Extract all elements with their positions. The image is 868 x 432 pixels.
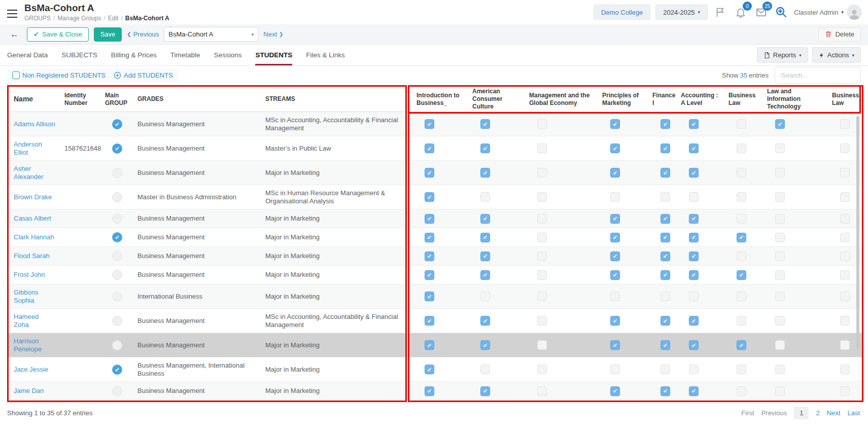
subject-checkbox[interactable]	[775, 340, 785, 350]
column-header-name[interactable]: Name	[9, 95, 59, 104]
save-button[interactable]: Save	[94, 27, 122, 42]
subject-checkbox[interactable]	[775, 233, 785, 242]
table-row[interactable]: Asher AlexanderBusiness ManagementMajor …	[9, 161, 405, 185]
main-group-toggle[interactable]: ✔	[112, 365, 122, 375]
student-name-link[interactable]: Brown Drake	[14, 193, 52, 201]
subject-checkbox[interactable]: ✔	[425, 292, 434, 301]
subject-checkbox[interactable]	[737, 251, 746, 261]
main-group-toggle[interactable]	[112, 168, 122, 178]
pagination-last[interactable]: Last	[847, 409, 860, 417]
table-scrollbar[interactable]	[856, 116, 859, 350]
subject-checkbox[interactable]	[840, 119, 850, 129]
table-row[interactable]: Hameed ZohaBusiness ManagementMSc in Acc…	[9, 309, 405, 333]
subject-checkbox[interactable]: ✔	[425, 192, 434, 202]
subject-checkbox[interactable]: ✔	[425, 233, 434, 242]
subject-checkbox[interactable]: ✔	[737, 233, 746, 242]
main-group-toggle[interactable]	[112, 270, 122, 280]
subject-checkbox[interactable]	[537, 270, 547, 280]
subject-checkbox[interactable]	[840, 365, 850, 374]
subject-checkbox[interactable]: ✔	[425, 316, 434, 326]
main-group-toggle[interactable]	[112, 386, 122, 396]
tab-students[interactable]: STUDENTS	[255, 45, 292, 65]
tab-files-links[interactable]: Files & Links	[306, 45, 345, 65]
subject-checkbox[interactable]: ✔	[737, 270, 746, 280]
subject-checkbox[interactable]	[737, 168, 746, 177]
subject-checkbox[interactable]: ✔	[610, 270, 620, 280]
subject-checkbox[interactable]: ✔	[689, 233, 699, 242]
breadcrumb-item[interactable]: Edit	[108, 15, 119, 22]
subject-checkbox[interactable]: ✔	[661, 316, 670, 326]
subject-checkbox[interactable]: ✔	[425, 119, 434, 129]
subject-column-header-8[interactable]: Law and Information Technology	[760, 88, 825, 111]
subject-checkbox[interactable]	[840, 192, 850, 202]
tab-timetable[interactable]: Timetable	[170, 45, 200, 65]
subject-checkbox[interactable]: ✔	[661, 386, 670, 396]
subject-checkbox[interactable]	[840, 251, 850, 261]
table-row[interactable]: Jame DanBusiness ManagementMajor in Mark…	[9, 382, 405, 401]
subject-checkbox[interactable]	[661, 365, 670, 374]
subject-checkbox[interactable]	[840, 340, 850, 350]
subject-checkbox[interactable]: ✔	[480, 143, 490, 153]
subject-checkbox[interactable]	[480, 192, 490, 202]
subject-checkbox[interactable]: ✔	[425, 168, 434, 177]
subject-checkbox[interactable]	[737, 119, 746, 129]
subject-checkbox[interactable]: ✔	[737, 340, 746, 350]
subject-checkbox[interactable]: ✔	[610, 251, 620, 261]
student-name-link[interactable]: Jace Jessie	[14, 366, 48, 374]
subject-checkbox[interactable]: ✔	[610, 214, 620, 224]
subject-checkbox[interactable]: ✔	[425, 386, 434, 396]
student-name-link[interactable]: Frost John	[14, 271, 45, 279]
main-group-toggle[interactable]: ✔	[112, 143, 122, 154]
subject-column-header-4[interactable]: Principles of Marketing	[595, 92, 645, 107]
subject-checkbox[interactable]	[775, 292, 785, 301]
subject-checkbox[interactable]	[537, 233, 547, 242]
subject-checkbox[interactable]: ✔	[661, 251, 670, 261]
previous-group-link[interactable]: ❮ Previous	[127, 30, 159, 38]
subject-checkbox[interactable]	[775, 386, 785, 396]
student-name-link[interactable]: Harrison Penelope	[14, 337, 55, 353]
subject-checkbox[interactable]	[737, 143, 746, 153]
subject-checkbox[interactable]	[840, 143, 850, 153]
subject-checkbox[interactable]	[537, 168, 547, 177]
pagination-next[interactable]: Next	[827, 409, 841, 417]
column-header-main-group[interactable]: Main GROUP	[100, 92, 132, 107]
subject-checkbox[interactable]	[737, 365, 746, 374]
breadcrumb-item[interactable]: GROUPS	[24, 15, 51, 22]
subject-column-header-3[interactable]: Management and the Global Economy	[522, 92, 595, 107]
pagination-1[interactable]: 1	[794, 407, 809, 419]
subject-checkbox[interactable]: ✔	[689, 340, 699, 350]
subject-checkbox[interactable]: ✔	[425, 143, 434, 153]
user-menu[interactable]: Classter Admin ▾	[794, 5, 862, 20]
subject-checkbox[interactable]	[537, 214, 547, 224]
subject-checkbox[interactable]	[840, 233, 850, 242]
subject-checkbox[interactable]	[689, 192, 699, 202]
table-row[interactable]: Harrison PenelopeBusiness ManagementMajo…	[9, 333, 405, 357]
search-zoom-button[interactable]	[774, 5, 789, 20]
student-name-link[interactable]: Asher Alexander	[14, 165, 55, 181]
subject-checkbox[interactable]: ✔	[689, 251, 699, 261]
delete-button[interactable]: Delete	[818, 27, 861, 42]
subject-checkbox[interactable]	[661, 292, 670, 301]
main-group-toggle[interactable]	[112, 316, 122, 326]
subject-checkbox[interactable]	[840, 316, 850, 326]
subject-checkbox[interactable]	[610, 292, 620, 301]
subject-checkbox[interactable]	[537, 143, 547, 153]
subject-checkbox[interactable]: ✔	[661, 214, 670, 224]
tab-subjects[interactable]: SUBJECTS	[61, 45, 97, 65]
student-name-link[interactable]: Casas Albert	[14, 214, 51, 223]
subject-checkbox[interactable]: ✔	[661, 270, 670, 280]
tab-general-data[interactable]: General Data	[7, 45, 48, 65]
table-row[interactable]: Anderson Elliot1587621648✔Business Manag…	[9, 136, 405, 161]
subject-column-header-7[interactable]: Business Law	[721, 92, 760, 107]
notifications-button[interactable]: 0	[733, 5, 748, 20]
table-row[interactable]: Gibbons SophiaInternational BusinessMajo…	[9, 284, 405, 309]
student-name-link[interactable]: Adams Allison	[14, 120, 55, 128]
main-group-toggle[interactable]: ✔	[112, 232, 122, 242]
subject-checkbox[interactable]: ✔	[610, 316, 620, 326]
subject-checkbox[interactable]	[775, 365, 785, 374]
student-name-link[interactable]: Clark Hannah	[14, 233, 54, 241]
subject-checkbox[interactable]	[537, 365, 547, 374]
subject-checkbox[interactable]: ✔	[480, 316, 490, 326]
subject-checkbox[interactable]	[610, 192, 620, 202]
table-row[interactable]: Clark Hannah✔Business ManagementMajor in…	[9, 228, 405, 247]
